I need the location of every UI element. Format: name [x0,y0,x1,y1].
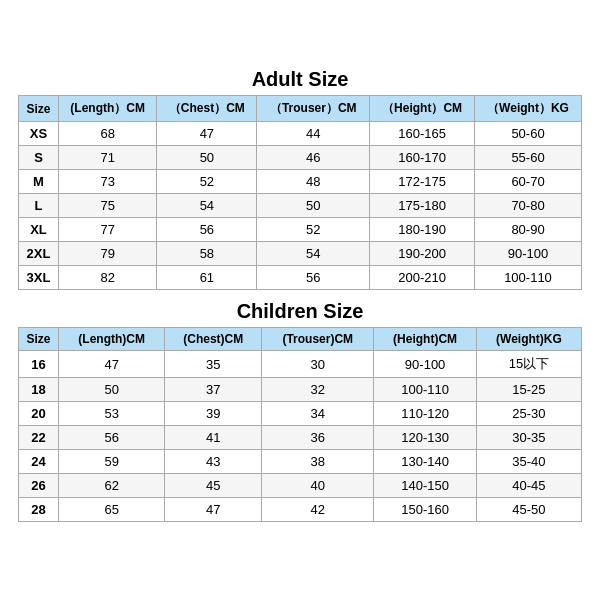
children-title: Children Size [18,300,582,323]
size-chart: Adult Size Size(Length）CM（Chest）CM（Trous… [10,60,590,540]
children-cell-r1-c2: 37 [165,378,262,402]
adult-cell-r1-c2: 50 [157,146,257,170]
adult-cell-r0-c5: 50-60 [475,122,582,146]
adult-cell-r1-c5: 55-60 [475,146,582,170]
adult-cell-r5-c3: 54 [257,242,370,266]
children-cell-r4-c2: 43 [165,450,262,474]
adult-cell-r3-c5: 70-80 [475,194,582,218]
children-table-row: 18503732100-11015-25 [19,378,582,402]
children-cell-r6-c1: 65 [59,498,165,522]
children-table-row: 22564136120-13030-35 [19,426,582,450]
adult-cell-r5-c0: 2XL [19,242,59,266]
children-cell-r6-c3: 42 [262,498,374,522]
adult-table-row: S715046160-17055-60 [19,146,582,170]
children-cell-r1-c1: 50 [59,378,165,402]
adult-cell-r2-c4: 172-175 [370,170,475,194]
adult-cell-r6-c4: 200-210 [370,266,475,290]
adult-cell-r4-c2: 56 [157,218,257,242]
children-cell-r3-c2: 41 [165,426,262,450]
children-table-row: 26624540140-15040-45 [19,474,582,498]
children-cell-r3-c1: 56 [59,426,165,450]
children-cell-r1-c3: 32 [262,378,374,402]
adult-cell-r0-c0: XS [19,122,59,146]
children-cell-r3-c4: 120-130 [374,426,477,450]
adult-cell-r2-c5: 60-70 [475,170,582,194]
children-cell-r4-c4: 130-140 [374,450,477,474]
children-cell-r5-c3: 40 [262,474,374,498]
children-cell-r6-c5: 45-50 [476,498,581,522]
children-cell-r6-c2: 47 [165,498,262,522]
children-cell-r4-c3: 38 [262,450,374,474]
adult-table-body: XS684744160-16550-60S715046160-17055-60M… [19,122,582,290]
adult-cell-r0-c1: 68 [59,122,157,146]
adult-cell-r6-c3: 56 [257,266,370,290]
adult-cell-r5-c2: 58 [157,242,257,266]
adult-size-table: Size(Length）CM（Chest）CM（Trouser）CM（Heigh… [18,95,582,290]
children-cell-r0-c1: 47 [59,351,165,378]
adult-cell-r2-c0: M [19,170,59,194]
children-table-body: 1647353090-10015以下18503732100-11015-2520… [19,351,582,522]
adult-col-header-1: (Length）CM [59,96,157,122]
adult-table-row: L755450175-18070-80 [19,194,582,218]
adult-cell-r3-c4: 175-180 [370,194,475,218]
children-cell-r2-c4: 110-120 [374,402,477,426]
adult-table-row: M735248172-17560-70 [19,170,582,194]
children-cell-r1-c0: 18 [19,378,59,402]
children-size-table: Size(Length)CM(Chest)CM(Trouser)CM(Heigh… [18,327,582,522]
adult-cell-r1-c0: S [19,146,59,170]
adult-cell-r6-c5: 100-110 [475,266,582,290]
adult-cell-r0-c4: 160-165 [370,122,475,146]
adult-cell-r3-c0: L [19,194,59,218]
children-table-row: 28654742150-16045-50 [19,498,582,522]
adult-cell-r4-c4: 180-190 [370,218,475,242]
adult-col-header-0: Size [19,96,59,122]
adult-table-row: XS684744160-16550-60 [19,122,582,146]
adult-col-header-3: （Trouser）CM [257,96,370,122]
children-cell-r6-c4: 150-160 [374,498,477,522]
children-col-header-5: (Weight)KG [476,328,581,351]
adult-cell-r0-c2: 47 [157,122,257,146]
children-cell-r3-c0: 22 [19,426,59,450]
children-cell-r5-c0: 26 [19,474,59,498]
children-cell-r0-c4: 90-100 [374,351,477,378]
children-cell-r5-c5: 40-45 [476,474,581,498]
adult-cell-r5-c5: 90-100 [475,242,582,266]
children-cell-r2-c3: 34 [262,402,374,426]
adult-cell-r5-c4: 190-200 [370,242,475,266]
children-cell-r5-c2: 45 [165,474,262,498]
children-cell-r1-c5: 15-25 [476,378,581,402]
adult-cell-r1-c3: 46 [257,146,370,170]
children-cell-r5-c1: 62 [59,474,165,498]
adult-cell-r2-c2: 52 [157,170,257,194]
adult-cell-r0-c3: 44 [257,122,370,146]
children-table-row: 1647353090-10015以下 [19,351,582,378]
adult-cell-r1-c4: 160-170 [370,146,475,170]
adult-col-header-5: （Weight）KG [475,96,582,122]
adult-cell-r1-c1: 71 [59,146,157,170]
children-col-header-3: (Trouser)CM [262,328,374,351]
adult-cell-r5-c1: 79 [59,242,157,266]
children-cell-r0-c3: 30 [262,351,374,378]
children-cell-r4-c1: 59 [59,450,165,474]
children-cell-r2-c5: 25-30 [476,402,581,426]
adult-table-row: XL775652180-19080-90 [19,218,582,242]
adult-cell-r6-c0: 3XL [19,266,59,290]
adult-table-row: 2XL795854190-20090-100 [19,242,582,266]
children-cell-r3-c5: 30-35 [476,426,581,450]
children-table-row: 20533934110-12025-30 [19,402,582,426]
children-col-header-2: (Chest)CM [165,328,262,351]
adult-cell-r4-c0: XL [19,218,59,242]
adult-title: Adult Size [18,68,582,91]
children-cell-r6-c0: 28 [19,498,59,522]
children-cell-r2-c2: 39 [165,402,262,426]
children-col-header-1: (Length)CM [59,328,165,351]
children-cell-r4-c5: 35-40 [476,450,581,474]
adult-cell-r4-c1: 77 [59,218,157,242]
children-cell-r4-c0: 24 [19,450,59,474]
adult-cell-r3-c1: 75 [59,194,157,218]
children-col-header-0: Size [19,328,59,351]
adult-cell-r6-c1: 82 [59,266,157,290]
children-cell-r5-c4: 140-150 [374,474,477,498]
adult-cell-r3-c2: 54 [157,194,257,218]
adult-cell-r3-c3: 50 [257,194,370,218]
